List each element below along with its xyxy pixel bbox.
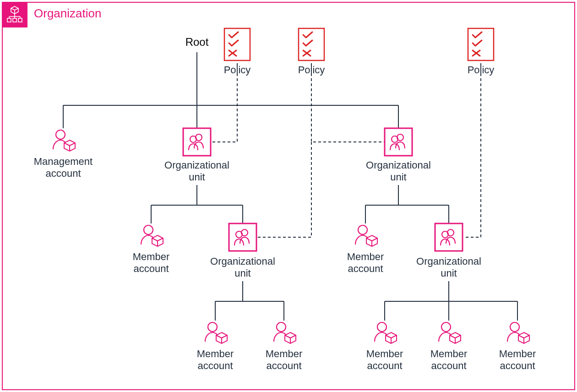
- svg-rect-11: [18, 18, 22, 22]
- diagram-frame: Organization: [0, 0, 577, 392]
- svg-line-2: [15, 8, 18, 10]
- organization-title: Organization: [34, 6, 101, 21]
- svg-line-1: [11, 8, 15, 10]
- organization-badge-icon: [2, 2, 27, 27]
- svg-rect-10: [13, 18, 16, 22]
- organization-border: [2, 2, 575, 390]
- svg-rect-9: [7, 18, 11, 22]
